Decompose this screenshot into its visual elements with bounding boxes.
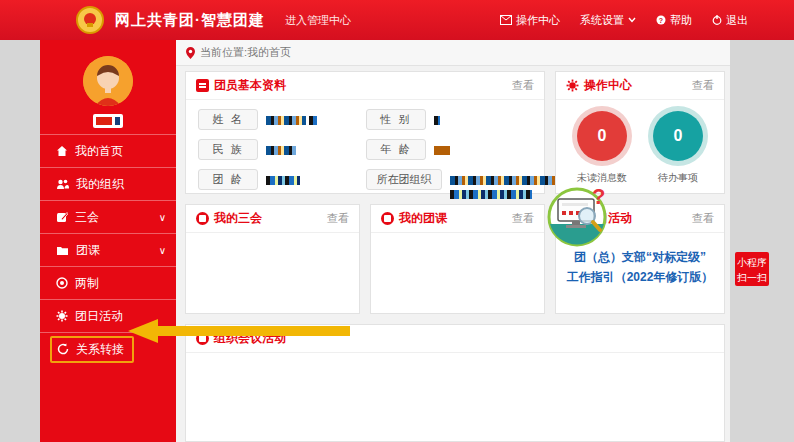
my-lessons-card: 我的团课 查看 bbox=[370, 204, 545, 314]
member-badge-icon bbox=[93, 114, 123, 128]
sidebar-item-relationship-transfer[interactable]: 关系转接 bbox=[40, 332, 176, 365]
card-title: 团员基本资料 bbox=[214, 77, 286, 94]
unread-count-circle: 0 bbox=[577, 111, 627, 161]
sidebar-menu: 我的首页 我的组织 三会 ∨ bbox=[40, 134, 176, 365]
top-header: 网上共青团·智慧团建 进入管理中心 操作中心 系统设置 ? bbox=[0, 0, 794, 40]
nav-action-center[interactable]: 操作中心 bbox=[500, 13, 560, 28]
folder-icon bbox=[56, 245, 69, 256]
header-nav: 操作中心 系统设置 ? 帮助 退出 bbox=[500, 13, 748, 28]
field-ethnicity: 民 族 bbox=[198, 139, 348, 160]
card-header: 我的团课 查看 bbox=[371, 205, 544, 233]
card-title: 我的三会 bbox=[214, 210, 262, 227]
chevron-down-icon: ∨ bbox=[159, 212, 166, 223]
nav-label: 退出 bbox=[726, 13, 748, 28]
redacted-value-mosaic bbox=[266, 146, 296, 155]
badge-line2: 扫一扫 bbox=[735, 270, 769, 285]
nav-logout[interactable]: 退出 bbox=[712, 13, 748, 28]
app-title: 网上共青团·智慧团建 bbox=[115, 11, 265, 30]
redacted-value-mosaic bbox=[434, 116, 440, 125]
field-label: 团 龄 bbox=[198, 169, 258, 190]
view-link[interactable]: 查看 bbox=[512, 211, 534, 226]
lesson-icon bbox=[381, 212, 394, 225]
nav-label: 帮助 bbox=[670, 13, 692, 28]
field-label: 民 族 bbox=[198, 139, 258, 160]
sidebar-item-my-home[interactable]: 我的首页 bbox=[40, 134, 176, 167]
nav-system-settings[interactable]: 系统设置 bbox=[580, 13, 636, 28]
home-icon bbox=[56, 145, 68, 157]
question-icon: ? bbox=[656, 15, 666, 25]
sidebar-item-three-meetings[interactable]: 三会 ∨ bbox=[40, 200, 176, 233]
enter-admin-link[interactable]: 进入管理中心 bbox=[285, 13, 351, 28]
id-card-icon bbox=[196, 79, 209, 92]
field-gender: 性 别 bbox=[366, 109, 578, 130]
meeting-icon bbox=[196, 212, 209, 225]
my-meetings-card: 我的三会 查看 bbox=[185, 204, 360, 314]
card-header: 操作中心 查看 bbox=[556, 72, 724, 100]
sidebar-item-label: 两制 bbox=[75, 275, 99, 292]
card-title: 组织会议活动 bbox=[214, 330, 286, 347]
gear-icon bbox=[566, 79, 579, 92]
chevron-down-icon bbox=[628, 17, 636, 23]
org-meetings-card: 组织会议活动 bbox=[185, 324, 725, 442]
card-title: 我的团课 bbox=[399, 210, 447, 227]
redacted-value-mosaic bbox=[266, 116, 306, 125]
activity-link-line2: 工作指引（2022年修订版） bbox=[556, 267, 724, 287]
sidebar-item-label: 关系转接 bbox=[76, 341, 124, 358]
nav-help[interactable]: ? 帮助 bbox=[656, 13, 692, 28]
card-title: 操作中心 bbox=[584, 77, 632, 94]
tutorial-highlight-box: 关系转接 bbox=[50, 336, 134, 363]
todo-count-circle: 0 bbox=[653, 111, 703, 161]
envelope-icon bbox=[500, 15, 512, 25]
user-avatar bbox=[83, 56, 133, 106]
sidebar-item-label: 团课 bbox=[76, 242, 100, 259]
profile-block bbox=[40, 40, 176, 128]
counter-todo: 0 待办事项 bbox=[653, 111, 703, 185]
redacted-value-mosaic bbox=[309, 116, 317, 125]
sidebar-item-label: 我的首页 bbox=[75, 143, 123, 160]
floating-help-widget[interactable]: ? bbox=[543, 184, 615, 248]
card-header: 团员基本资料 查看 bbox=[186, 72, 544, 100]
main-content: 当前位置:我的首页 团员基本资料 查看 姓 名 性 别 民 bbox=[176, 40, 730, 442]
sidebar-item-my-organization[interactable]: 我的组织 bbox=[40, 167, 176, 200]
counters: 0 未读消息数 0 待办事项 bbox=[556, 100, 724, 185]
breadcrumb-label: 当前位置:我的首页 bbox=[200, 45, 291, 60]
view-link[interactable]: 查看 bbox=[692, 211, 714, 226]
field-label: 姓 名 bbox=[198, 109, 258, 130]
nav-label: 系统设置 bbox=[580, 13, 624, 28]
svg-text:?: ? bbox=[659, 17, 663, 24]
sidebar-item-league-day-activity[interactable]: 团日活动 bbox=[40, 299, 176, 332]
badge-line1: 小程序 bbox=[735, 255, 769, 270]
field-label: 所在团组织 bbox=[366, 169, 442, 190]
counter-label: 待办事项 bbox=[653, 171, 703, 185]
power-icon bbox=[712, 15, 722, 25]
field-name: 姓 名 bbox=[198, 109, 348, 130]
counter-unread: 0 未读消息数 bbox=[577, 111, 627, 185]
chevron-down-icon: ∨ bbox=[159, 245, 166, 256]
league-emblem-logo bbox=[75, 5, 105, 35]
action-center-card: 操作中心 查看 0 未读消息数 0 待办事项 bbox=[555, 71, 725, 194]
view-link[interactable]: 查看 bbox=[327, 211, 349, 226]
sidebar-item-league-lessons[interactable]: 团课 ∨ bbox=[40, 233, 176, 266]
redacted-value-mosaic bbox=[450, 190, 532, 199]
location-pin-icon bbox=[186, 47, 195, 59]
mini-program-scan-badge[interactable]: 小程序 扫一扫 bbox=[735, 252, 769, 286]
field-label: 性 别 bbox=[366, 109, 426, 130]
field-label: 年 龄 bbox=[366, 139, 426, 160]
redacted-value-mosaic bbox=[266, 176, 300, 185]
view-link[interactable]: 查看 bbox=[692, 78, 714, 93]
nav-label: 操作中心 bbox=[516, 13, 560, 28]
activity-link-line1: 团（总）支部“对标定级” bbox=[556, 247, 724, 267]
breadcrumb: 当前位置:我的首页 bbox=[176, 40, 730, 66]
redacted-value-mosaic bbox=[434, 146, 450, 155]
app-window: 网上共青团·智慧团建 进入管理中心 操作中心 系统设置 ? bbox=[0, 0, 794, 442]
sidebar-item-label: 我的组织 bbox=[76, 176, 124, 193]
view-link[interactable]: 查看 bbox=[512, 78, 534, 93]
edit-icon bbox=[56, 211, 68, 223]
target-icon bbox=[56, 277, 68, 289]
card-header: 组织会议活动 bbox=[186, 325, 724, 353]
sidebar-item-two-systems[interactable]: 两制 bbox=[40, 266, 176, 299]
sidebar-item-label: 团日活动 bbox=[75, 308, 123, 325]
member-fields: 姓 名 性 别 民 族 年 龄 团 龄 bbox=[186, 100, 544, 208]
svg-text:?: ? bbox=[592, 184, 605, 209]
sidebar-item-label: 三会 bbox=[75, 209, 99, 226]
